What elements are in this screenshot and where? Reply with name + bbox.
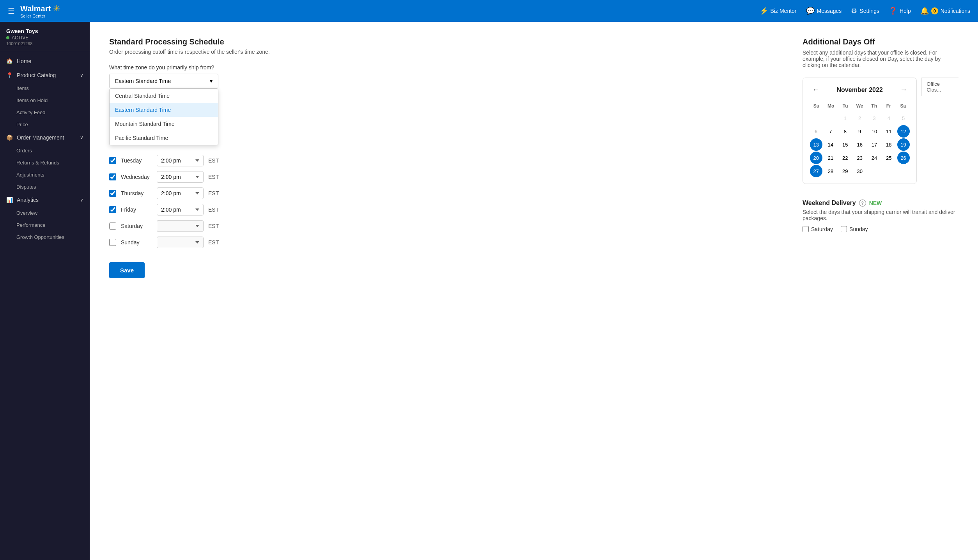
- sunday-time-select[interactable]: [157, 237, 204, 248]
- sidebar: Gween Toys ACTIVE 10001021268 🏠 Home 📍 P…: [0, 22, 90, 560]
- calendar-prev-button[interactable]: ←: [809, 84, 822, 95]
- weekend-saturday-option[interactable]: Saturday: [803, 226, 833, 232]
- settings-nav[interactable]: ⚙ Settings: [851, 7, 879, 15]
- sidebar-section-header-analytics[interactable]: 📊 Analytics ∨: [0, 193, 90, 207]
- tuesday-checkbox[interactable]: [109, 157, 116, 164]
- friday-time-select[interactable]: 2:00 pm: [157, 204, 204, 216]
- sunday-weekend-checkbox[interactable]: [841, 226, 847, 232]
- calendar-day-empty2: [882, 165, 895, 177]
- sunday-checkbox[interactable]: [109, 239, 116, 246]
- wednesday-tz: EST: [208, 174, 219, 180]
- order-management-icon: 📦: [6, 134, 13, 141]
- product-catalog-chevron: ∨: [80, 72, 83, 78]
- sidebar-section-header-order-management[interactable]: 📦 Order Management ∨: [0, 131, 90, 145]
- sidebar-item-activity-feed[interactable]: Activity Feed: [0, 106, 90, 118]
- sidebar-item-growth-opportunities[interactable]: Growth Opportunities: [0, 231, 90, 243]
- sidebar-item-home[interactable]: 🏠 Home: [0, 54, 90, 68]
- calendar-day-17[interactable]: 17: [868, 138, 881, 151]
- help-label: Help: [900, 8, 911, 14]
- schedule-row-tuesday: Tuesday 2:00 pm EST: [109, 155, 265, 166]
- calendar-day-27[interactable]: 27: [810, 165, 822, 177]
- timezone-option-eastern[interactable]: Eastern Standard Time: [110, 103, 218, 117]
- notifications-nav[interactable]: 🔔 0 Notifications: [920, 7, 970, 15]
- saturday-checkbox[interactable]: [109, 223, 116, 230]
- calendar-day-25[interactable]: 25: [882, 152, 895, 164]
- weekend-help-icon[interactable]: ?: [859, 200, 866, 207]
- sidebar-item-performance[interactable]: Performance: [0, 219, 90, 231]
- sidebar-item-price[interactable]: Price: [0, 118, 90, 131]
- calendar-day-23[interactable]: 23: [854, 152, 866, 164]
- sidebar-item-items-on-hold[interactable]: Items on Hold: [0, 94, 90, 106]
- timezone-option-mountain[interactable]: Mountain Standard Time: [110, 117, 218, 131]
- help-icon: ❓: [889, 7, 897, 15]
- calendar-day-30[interactable]: 30: [854, 165, 866, 177]
- calendar-day-9[interactable]: 9: [854, 125, 866, 138]
- calendar-day-26[interactable]: 26: [897, 152, 910, 164]
- messages-nav[interactable]: 💬 Messages: [806, 7, 842, 15]
- wednesday-label: Wednesday: [121, 174, 152, 180]
- calendar-day-14[interactable]: 14: [824, 138, 837, 151]
- calendar-day-22[interactable]: 22: [839, 152, 851, 164]
- wednesday-time-select[interactable]: 2:00 pm: [157, 171, 204, 183]
- sidebar-item-overview[interactable]: Overview: [0, 207, 90, 219]
- calendar-weekdays: Su Mo Tu We Th Fr Sa: [809, 102, 910, 110]
- calendar-day-8[interactable]: 8: [839, 125, 851, 138]
- calendar-day-oct30[interactable]: [810, 112, 822, 124]
- calendar-day-nov3[interactable]: 3: [868, 112, 881, 124]
- tuesday-time-select[interactable]: 2:00 pm: [157, 155, 204, 166]
- calendar-day-nov2[interactable]: 2: [854, 112, 866, 124]
- notifications-badge: 0: [931, 7, 938, 14]
- calendar-day-24[interactable]: 24: [868, 152, 881, 164]
- calendar-day-nov1[interactable]: 1: [839, 112, 851, 124]
- calendar-day-10[interactable]: 10: [868, 125, 881, 138]
- content-wrapper: Standard Processing Schedule Order proce…: [109, 37, 959, 278]
- hamburger-icon[interactable]: ☰: [8, 6, 15, 16]
- sidebar-item-orders[interactable]: Orders: [0, 145, 90, 157]
- calendar-day-12[interactable]: 12: [897, 125, 910, 138]
- sidebar-item-adjustments[interactable]: Adjustments: [0, 169, 90, 181]
- thursday-time-select[interactable]: 2:00 pm: [157, 187, 204, 199]
- weekend-sunday-option[interactable]: Sunday: [841, 226, 868, 232]
- product-catalog-label: Product Catalog: [17, 72, 56, 78]
- weekday-fr: Fr: [881, 102, 896, 110]
- calendar-day-28[interactable]: 28: [824, 165, 837, 177]
- office-closed-tab[interactable]: Office Clos...: [921, 78, 959, 96]
- sidebar-item-disputes[interactable]: Disputes: [0, 181, 90, 193]
- calendar-day-6[interactable]: 6: [810, 125, 822, 138]
- calendar-next-button[interactable]: →: [897, 84, 910, 95]
- timezone-option-central[interactable]: Central Standard Time: [110, 89, 218, 103]
- calendar-day-20[interactable]: 20: [810, 152, 822, 164]
- timezone-select[interactable]: Eastern Standard Time ▾: [109, 74, 218, 88]
- calendar-day-29[interactable]: 29: [839, 165, 851, 177]
- biz-mentor-nav[interactable]: ⚡ Biz Mentor: [760, 7, 797, 15]
- sidebar-item-items[interactable]: Items: [0, 82, 90, 94]
- calendar-day-11[interactable]: 11: [882, 125, 895, 138]
- schedule-row-wednesday: Wednesday 2:00 pm EST: [109, 171, 265, 183]
- calendar-day-16[interactable]: 16: [854, 138, 866, 151]
- additional-days-off-title: Additional Days Off: [803, 37, 959, 46]
- calendar-day-13[interactable]: 13: [810, 138, 822, 151]
- settings-icon: ⚙: [851, 7, 857, 15]
- saturday-time-select[interactable]: [157, 220, 204, 232]
- timezone-select-wrapper: Eastern Standard Time ▾ Central Standard…: [109, 74, 218, 88]
- calendar-day-7[interactable]: 7: [824, 125, 837, 138]
- calendar-day-15[interactable]: 15: [839, 138, 851, 151]
- sidebar-item-returns-refunds[interactable]: Returns & Refunds: [0, 157, 90, 169]
- sunday-tz: EST: [208, 239, 219, 246]
- thursday-checkbox[interactable]: [109, 190, 116, 197]
- wednesday-checkbox[interactable]: [109, 173, 116, 180]
- calendar-day-oct31[interactable]: [824, 112, 837, 124]
- calendar-day-18[interactable]: 18: [882, 138, 895, 151]
- help-nav[interactable]: ❓ Help: [889, 7, 911, 15]
- save-button[interactable]: Save: [109, 262, 145, 278]
- calendar-day-19[interactable]: 19: [897, 138, 910, 151]
- saturday-weekend-checkbox[interactable]: [803, 226, 809, 232]
- timezone-option-pacific[interactable]: Pacific Standard Time: [110, 131, 218, 145]
- calendar-day-21[interactable]: 21: [824, 152, 837, 164]
- sidebar-section-header-product-catalog[interactable]: 📍 Product Catalog ∨: [0, 68, 90, 82]
- calendar-day-nov4[interactable]: 4: [882, 112, 895, 124]
- calendar-day-empty3: [897, 165, 910, 177]
- friday-tz: EST: [208, 207, 219, 213]
- calendar-day-nov5[interactable]: 5: [897, 112, 910, 124]
- friday-checkbox[interactable]: [109, 206, 116, 213]
